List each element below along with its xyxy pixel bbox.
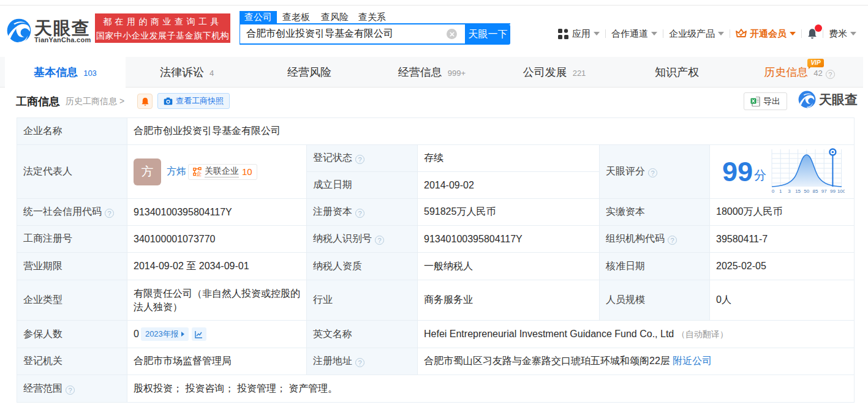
svg-text:1: 1 [779,188,782,194]
svg-text:15: 15 [795,188,801,194]
svg-text:97: 97 [821,188,827,194]
svg-text:85: 85 [813,188,818,194]
svg-text:100: 100 [837,188,845,194]
svg-text:50: 50 [804,188,809,194]
svg-text:99: 99 [830,188,836,194]
svg-text:0: 0 [772,188,775,194]
svg-text:企: 企 [196,171,202,176]
svg-text:3: 3 [788,188,791,194]
